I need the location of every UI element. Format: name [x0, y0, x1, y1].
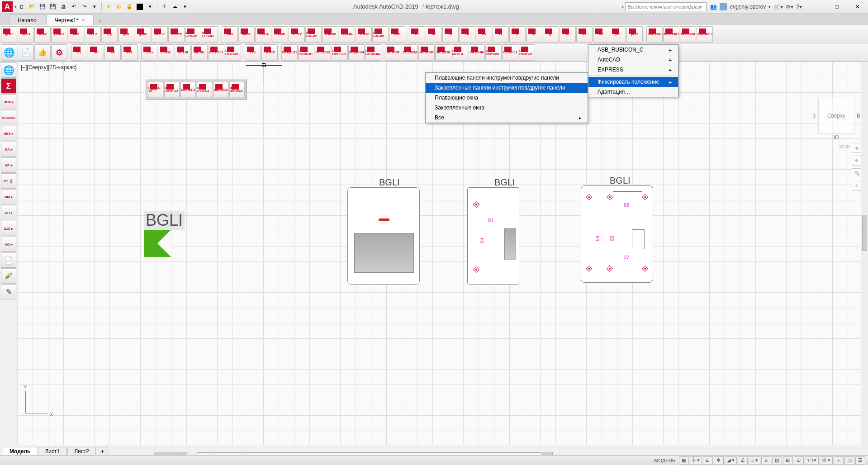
ctx-item-asb-rubicon[interactable]: ASB_RUBICON_C▸ — [588, 45, 678, 55]
float-tool-шсшс038[interactable]: ШС ШС-03-8 — [229, 82, 245, 97]
tool-u2[interactable]: u2 — [88, 44, 104, 61]
ctx-item-floating-toolbars[interactable]: Плавающие панели инструментов/другие пан… — [426, 73, 588, 83]
device-side-view[interactable]: 50 64 — [467, 187, 519, 285]
tool-бэл04[interactable]: БЭЛ-04 — [339, 26, 355, 43]
layout-tab-sheet2[interactable]: Лист2 — [67, 447, 96, 456]
tool-ws[interactable]: ШС ▸ — [1, 221, 16, 236]
tool-d2[interactable]: d2 — [426, 26, 442, 43]
tool-pencil[interactable]: ✎ — [1, 284, 16, 299]
tool-ибп1200[interactable]: ИБП1200 — [646, 26, 663, 43]
tool-d4[interactable]: d4 — [459, 26, 475, 43]
tool-grid2[interactable]: grid2 — [135, 26, 151, 43]
tool-like[interactable]: 👍 — [34, 44, 51, 61]
tool-скиу01[interactable]: СК ИУ-01 — [502, 44, 518, 61]
sb-iso-icon[interactable]: ◢ ▾ — [725, 456, 737, 465]
tool-кд2[interactable]: КД2 — [101, 26, 118, 43]
nav-orbit-icon[interactable]: ⟲ — [852, 181, 862, 191]
minimize-button[interactable]: — — [806, 0, 826, 14]
sb-scale[interactable]: 1:1 ▾ — [805, 456, 819, 465]
tool-w1[interactable]: w1 — [560, 26, 576, 43]
sb-snap-icon[interactable]: ┼ ▾ — [690, 456, 702, 465]
tool-prn2[interactable]: prn2 — [626, 26, 643, 43]
close-tab-icon[interactable]: ✕ — [81, 18, 85, 23]
tool-тиатс[interactable]: ТИ АТС — [261, 44, 278, 61]
nav-pan-icon[interactable]: ✥ — [852, 156, 862, 166]
tool-скшс01[interactable]: СК ШС-01 — [281, 44, 298, 61]
sb-lwt-icon[interactable]: ≡ — [761, 456, 771, 465]
tab-drawing1[interactable]: Чертеж1* ✕ — [46, 14, 94, 25]
share-icon[interactable]: ⇪ — [159, 2, 169, 12]
close-button[interactable]: ✕ — [847, 0, 868, 14]
exchange-icon[interactable]: ⚙▾ — [786, 4, 793, 10]
tool-doc[interactable]: 📄 — [1, 252, 16, 268]
tool-gear[interactable]: ⚙ — [51, 44, 67, 61]
float-tool-шсшс034[interactable]: ШС ШС03-4 — [197, 82, 212, 97]
tool-doc[interactable]: 📄 — [18, 44, 34, 61]
tool-ар2[interactable]: АР2 — [121, 44, 138, 61]
tool-исисм[interactable]: ИС ИСМ — [385, 44, 401, 61]
context-menu-toolbars[interactable]: ASB_RUBICON_C▸ AutoCAD▸ EXPRESS▸ Фиксиро… — [588, 44, 678, 97]
dropdown-icon[interactable]: ▾ — [90, 2, 100, 12]
tool-w2[interactable]: w2 — [576, 26, 593, 43]
cart-icon[interactable]: 🛒▾ — [773, 4, 783, 10]
tool-d3[interactable]: d3 — [442, 26, 459, 43]
dropdown-icon[interactable]: ▾ — [145, 2, 155, 12]
device-mount-view[interactable]: 68 64 90 37 — [581, 185, 653, 283]
sb-ortho-icon[interactable]: ⊾ — [703, 456, 713, 465]
view-cube[interactable]: Сверху З В Ю — [818, 98, 854, 134]
tool-circ[interactable]: circ — [245, 44, 261, 61]
ctx-item-docked-windows[interactable]: Закрепленные окна — [426, 103, 588, 113]
tool-grid[interactable]: grid — [118, 26, 134, 43]
tool-03бро03[interactable]: 03 БРО-03 — [202, 26, 218, 43]
tool-скскиу01[interactable]: СК СКИУ-01 — [519, 44, 535, 61]
block-bgli-symbol[interactable]: BGLI — [144, 211, 185, 257]
tool-panel[interactable]: panel — [18, 26, 34, 43]
tool-биср[interactable]: БИС.Р — [152, 26, 168, 43]
plot-icon[interactable]: 🖶 — [58, 2, 68, 12]
tool-ппке[interactable]: ППК-Е — [34, 26, 51, 43]
tool-ибп2400[interactable]: ИБП2400 — [680, 26, 696, 43]
maximize-button[interactable]: □ — [826, 0, 847, 14]
tool-скскиу06[interactable]: СК СКИУ-06 — [485, 44, 502, 61]
tool-бэл01[interactable]: БЭЛ-01 — [272, 26, 288, 43]
globe-icon[interactable]: 🌐 — [1, 62, 16, 78]
search-input[interactable]: Введите ключевое слово/фразу — [625, 2, 707, 11]
tool-grid1[interactable]: grid1 — [1, 26, 17, 43]
tool-скшс04[interactable]: СК ШС-04 — [348, 44, 365, 61]
tool-03брл[interactable]: 03 БРЛ — [168, 26, 185, 43]
context-submenu-lock[interactable]: Плавающие панели инструментов/другие пан… — [425, 72, 588, 123]
tool-r2[interactable]: r2 — [509, 26, 526, 43]
ctx-item-all[interactable]: Все▸ — [426, 113, 588, 123]
save-icon[interactable]: 💾 — [38, 2, 47, 12]
tool-скскшс02[interactable]: СК СКШС-02 — [332, 44, 348, 61]
sb-otrack-icon[interactable]: □ ▾ — [749, 456, 760, 465]
sb-cust-icon[interactable]: ☰ — [855, 456, 865, 465]
tool-мк3b[interactable]: МК3b — [238, 26, 255, 43]
ctx-item-docked-toolbars[interactable]: Закрепленные панели инструментов/другие … — [426, 83, 588, 93]
dropdown-icon[interactable]: ▾ — [180, 2, 190, 12]
tool-03бэл02[interactable]: 03 БЭЛ-02 — [305, 26, 322, 43]
wcs-label[interactable]: МСК — [839, 144, 850, 149]
tool-скскшс01[interactable]: СК СКШС-01 — [298, 44, 314, 61]
tool-мпт01[interactable]: МПТ01 — [191, 44, 208, 61]
tool-мпт10[interactable]: МПТ10 — [175, 44, 191, 61]
undo-icon[interactable]: ↶ — [69, 2, 79, 12]
tool-исм220[interactable]: ИС М220 — [435, 44, 451, 61]
open-icon[interactable]: 📂 — [27, 2, 37, 12]
app-logo[interactable]: A — [2, 1, 13, 12]
cloud-icon[interactable]: ☁ — [170, 2, 180, 12]
tool-ppk[interactable]: ППК ▸ — [1, 94, 16, 109]
tool-скуп01[interactable]: СК УП-01 — [208, 44, 224, 61]
user-area[interactable]: 👥 evgeniy.ozerov ▾ 🛒▾ ⚙▾ ?▾ — [710, 3, 802, 10]
tool-исисм2[interactable]: ИС ИСМ2 — [418, 44, 435, 61]
tool-мк3[interactable]: МК3 — [222, 26, 238, 43]
sb-qprops-icon[interactable]: ⊞ — [783, 456, 793, 465]
tool-скскуп01[interactable]: СК СКУП-01 — [225, 44, 241, 61]
tool-ap[interactable]: АР ▸ — [1, 157, 16, 173]
tool-ка2[interactable]: КА2 — [68, 26, 84, 43]
saveas-icon[interactable]: 💾 — [48, 2, 58, 12]
sb-max-icon[interactable]: ▭ — [844, 456, 854, 465]
add-tab-button[interactable]: + — [95, 16, 105, 25]
sb-trans-icon[interactable]: ▧ — [772, 456, 782, 465]
sb-polar-icon[interactable]: ✲ — [714, 456, 724, 465]
